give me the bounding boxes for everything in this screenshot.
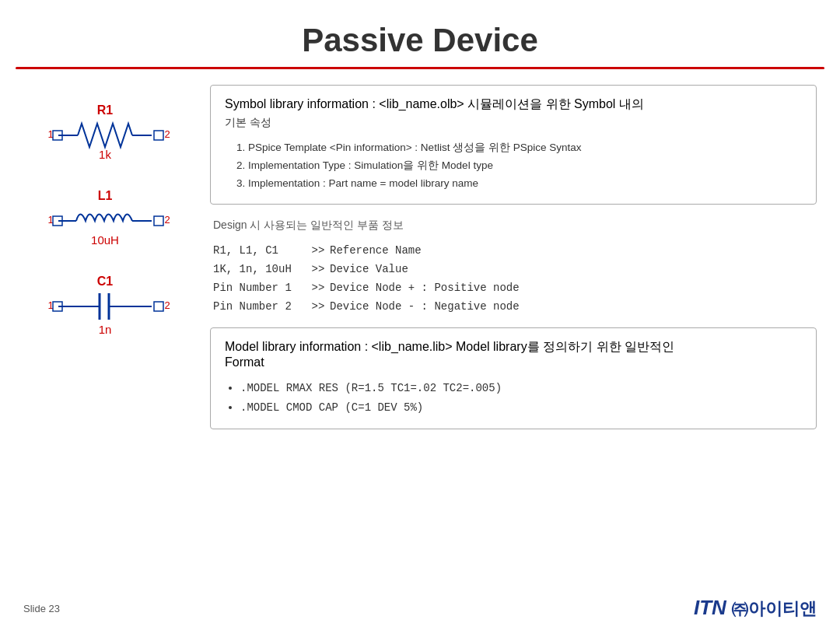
capacitor-diagram: C1 1 2 1n — [31, 271, 187, 341]
table-cell-left-0: R1, L1, C1 — [213, 243, 306, 257]
table-cell-right-2: Device Node + : Positive node — [330, 281, 814, 295]
info-table: R1, L1, C1 >> Reference Name 1K, 1n, 10u… — [213, 243, 814, 313]
resistor-diagram: R1 1 2 1k — [31, 100, 187, 170]
right-column: Symbol library information : <lib_name.o… — [210, 85, 817, 429]
model-library-korean: Format — [225, 355, 802, 369]
page-title: Passive Device — [0, 0, 840, 67]
symbol-library-korean: 기본 속성 — [225, 116, 802, 130]
svg-text:1k: 1k — [99, 148, 111, 161]
symbol-library-box: Symbol library information : <lib_name.o… — [210, 85, 817, 205]
slide-number: Slide 23 — [23, 603, 60, 614]
model-list-item-2: .MODEL CMOD CAP (C=1 DEV 5%) — [240, 398, 802, 418]
inductor-diagram: L1 1 2 10uH — [31, 186, 187, 256]
svg-text:1n: 1n — [99, 323, 112, 336]
model-library-desc: information : <lib_name.lib> Model libra… — [296, 340, 674, 353]
table-cell-left-2: Pin Number 1 — [213, 281, 306, 295]
model-list-item-1: .MODEL RMAX RES (R=1.5 TC1=.02 TC2=.005) — [240, 379, 802, 398]
svg-text:2: 2 — [164, 299, 170, 311]
table-cell-left-1: 1K, 1n, 10uH — [213, 262, 306, 276]
svg-text:R1: R1 — [97, 103, 114, 117]
middle-section: Design 시 사용되는 일반적인 부품 정보 R1, L1, C1 >> R… — [210, 219, 817, 313]
table-cell-right-1: Device Value — [330, 262, 814, 276]
table-arrow-2: >> — [306, 281, 330, 295]
model-library-title: Model library — [225, 340, 296, 353]
inductor-svg: L1 1 2 10uH — [31, 186, 187, 256]
company-logo: ITN ㈜아이티앤 — [694, 596, 817, 621]
model-library-list: .MODEL RMAX RES (R=1.5 TC1=.02 TC2=.005)… — [225, 379, 802, 418]
circuit-diagrams: R1 1 2 1k L1 — [23, 85, 194, 429]
symbol-library-list: PSpice Template <Pin information> : Netl… — [225, 139, 802, 193]
model-library-header: Model library information : <lib_name.li… — [225, 339, 802, 369]
svg-rect-14 — [154, 216, 163, 226]
svg-text:C1: C1 — [97, 275, 114, 288]
middle-desc: Design 시 사용되는 일반적인 부품 정보 — [213, 219, 814, 233]
table-arrow-3: >> — [306, 299, 330, 313]
main-content: R1 1 2 1k L1 — [23, 85, 817, 429]
svg-rect-24 — [154, 302, 163, 311]
table-arrow-1: >> — [306, 262, 330, 276]
capacitor-svg: C1 1 2 1n — [31, 271, 187, 341]
symbol-list-item-3: Implementation : Part name = model libra… — [248, 175, 802, 193]
table-cell-right-0: Reference Name — [330, 243, 814, 257]
svg-text:2: 2 — [164, 214, 170, 226]
footer: Slide 23 ITN ㈜아이티앤 — [23, 596, 817, 621]
svg-text:L1: L1 — [98, 189, 113, 202]
symbol-library-desc: information : <lib_name.olb> 시뮬레이션을 위한 S… — [303, 97, 643, 110]
resistor-svg: R1 1 2 1k — [31, 100, 187, 170]
svg-text:10uH: 10uH — [91, 233, 119, 247]
model-library-box: Model library information : <lib_name.li… — [210, 327, 817, 429]
symbol-list-item-1: PSpice Template <Pin information> : Netl… — [248, 139, 802, 157]
symbol-library-header: Symbol library information : <lib_name.o… — [225, 96, 802, 130]
table-arrow-0: >> — [306, 243, 330, 257]
table-cell-left-3: Pin Number 2 — [213, 299, 306, 313]
table-cell-right-3: Device Node - : Negative node — [330, 299, 814, 313]
logo-itn: ITN — [694, 596, 726, 619]
section-divider — [16, 67, 824, 69]
svg-text:2: 2 — [164, 128, 170, 140]
symbol-list-item-2: Implementation Type : Simulation을 위한 Mod… — [248, 157, 802, 175]
symbol-library-title: Symbol library — [225, 97, 303, 110]
logo-korean: ㈜아이티앤 — [731, 599, 817, 618]
svg-rect-6 — [154, 131, 163, 140]
